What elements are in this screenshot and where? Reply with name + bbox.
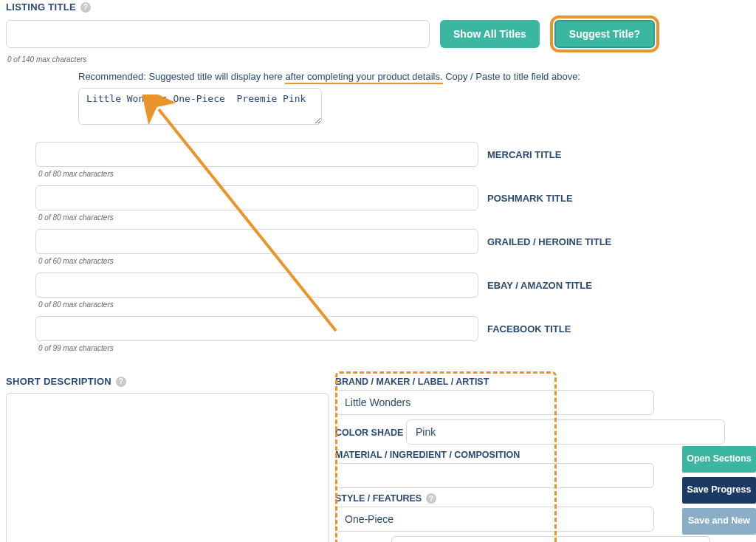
ebay-title-label: EBAY / AMAZON TITLE (487, 280, 592, 291)
grailed-hint: 0 of 60 max characters (38, 257, 750, 265)
material-label: MATERIAL / INGREDIENT / COMPOSITION (335, 450, 520, 460)
facebook-hint: 0 of 99 max characters (38, 344, 750, 352)
size-input[interactable] (391, 536, 710, 542)
help-icon[interactable]: ? (80, 2, 91, 13)
listing-title-hint: 0 of 140 max characters (7, 55, 750, 64)
poshmark-title-input[interactable] (35, 185, 478, 210)
material-input[interactable] (335, 463, 654, 488)
short-desc-label-text: SHORT DESCRIPTION (6, 376, 111, 387)
save-progress-button[interactable]: Save Progress (682, 477, 756, 504)
show-all-titles-button[interactable]: Show All Titles (440, 20, 540, 48)
platform-titles-group: MERCARI TITLE 0 of 80 max characters POS… (35, 142, 750, 352)
poshmark-hint: 0 of 80 max characters (38, 213, 750, 222)
grailed-title-label: GRAILED / HEROINE TITLE (487, 236, 611, 247)
suggest-title-highlight: Suggest Title? (550, 16, 659, 52)
brand-label: BRAND / MAKER / LABEL / ARTIST (335, 377, 489, 387)
color-input[interactable] (406, 419, 725, 445)
listing-title-input[interactable] (6, 20, 430, 48)
help-icon[interactable]: ? (116, 377, 126, 387)
style-input[interactable] (335, 507, 654, 532)
floating-action-buttons: Open Sections Save Progress Save and New (682, 446, 756, 535)
color-label: COLOR SHADE (335, 428, 403, 438)
mercari-hint: 0 of 80 max characters (38, 170, 750, 178)
help-icon[interactable]: ? (426, 493, 436, 504)
recommend-suffix: Copy / Paste to title field above: (443, 71, 580, 82)
suggest-title-button[interactable]: Suggest Title? (554, 20, 655, 48)
recommend-prefix: Recommended: Suggested title will displa… (78, 71, 285, 82)
label-text: LISTING TITLE (6, 1, 76, 13)
ebay-title-input[interactable] (35, 272, 478, 298)
listing-title-label: LISTING TITLE ? (6, 1, 91, 13)
brand-input[interactable] (335, 390, 654, 415)
mercari-title-input[interactable] (35, 142, 478, 167)
short-description-label: SHORT DESCRIPTION ? (6, 376, 126, 387)
poshmark-title-label: POSHMARK TITLE (487, 193, 573, 204)
style-label: STYLE / FEATURES ? (335, 493, 436, 504)
short-description-textarea[interactable] (6, 393, 329, 542)
mercari-title-label: MERCARI TITLE (487, 149, 561, 160)
facebook-title-label: FACEBOOK TITLE (487, 323, 571, 335)
ebay-hint: 0 of 80 max characters (38, 301, 750, 309)
recommend-text: Recommended: Suggested title will displa… (78, 71, 750, 82)
facebook-title-input[interactable] (35, 316, 478, 341)
grailed-title-input[interactable] (35, 229, 478, 254)
recommend-underlined: after completing your product details. (285, 71, 442, 84)
suggested-title-textarea[interactable] (78, 88, 322, 125)
save-and-new-button[interactable]: Save and New (682, 508, 756, 535)
open-sections-button[interactable]: Open Sections (682, 446, 756, 473)
